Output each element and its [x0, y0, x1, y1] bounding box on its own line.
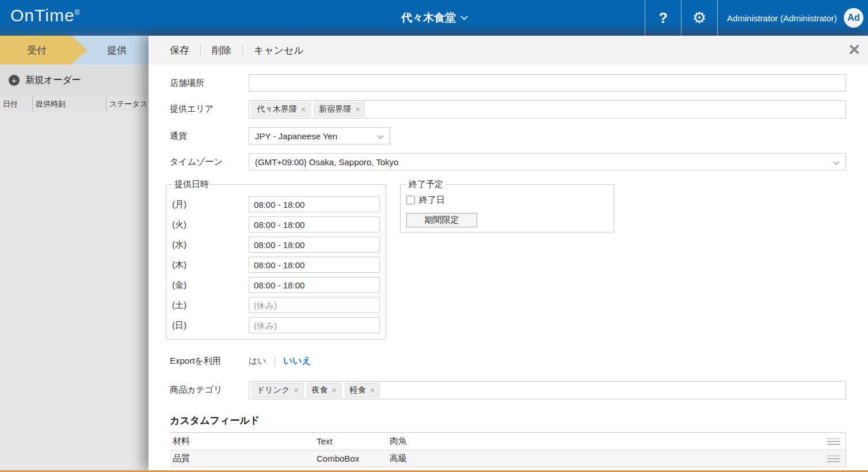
custom-field-type: ComboBox [317, 454, 390, 463]
hours-input-sun[interactable] [249, 317, 380, 333]
tag-label: 新宿界隈 [319, 104, 351, 115]
remove-tag-icon[interactable]: × [332, 386, 337, 395]
help-button[interactable]: ? [645, 0, 681, 36]
chevron-down-icon [833, 158, 839, 165]
hours-input-thu[interactable] [249, 257, 380, 273]
tag-label: ドリンク [257, 385, 290, 395]
table-row[interactable]: 品質 ComboBox 高級 [170, 450, 846, 467]
end-schedule-legend: 終了予定 [406, 179, 446, 190]
column-header-serve-time[interactable]: 提供時刻 [33, 96, 106, 112]
orders-table-header: 日付 提供時刻 ステータス [0, 96, 151, 112]
divider [242, 44, 243, 56]
user-name-label: Administrator (Administrator) [727, 13, 837, 23]
end-date-label: 終了日 [419, 195, 445, 205]
store-location-input[interactable] [249, 74, 846, 92]
tab-serving-label: 提供 [107, 44, 127, 57]
schedule-row-sun: (日) [172, 317, 380, 333]
chevron-down-icon [377, 132, 383, 139]
close-icon[interactable]: × [848, 39, 860, 59]
divider [681, 0, 682, 36]
hours-input-sat[interactable] [249, 297, 380, 313]
schedule-row-mon: (月) [172, 196, 380, 212]
day-label: (土) [172, 297, 249, 313]
schedule-section: 提供日時 (月) (火) (水) (木) [170, 179, 846, 340]
export-yes-option[interactable]: はい [249, 356, 267, 367]
remove-tag-icon[interactable]: × [355, 105, 360, 114]
divider [645, 0, 645, 36]
service-area-label: 提供エリア [170, 100, 249, 119]
tag-label: 夜食 [312, 385, 328, 395]
hours-input-fri[interactable] [249, 277, 380, 293]
hours-input-wed[interactable] [249, 237, 380, 253]
timezone-label: タイムゾーン [170, 153, 249, 170]
chevron-down-icon[interactable] [460, 13, 468, 20]
avatar[interactable]: Ad [844, 8, 863, 28]
store-settings-form: 店舗場所 提供エリア 代々木界隈 × 新宿界隈 × 通貨 [149, 64, 868, 472]
store-settings-panel: 保存 削除 キャンセル × 店舗場所 提供エリア 代々木界隈 × [149, 36, 868, 470]
tag-shinjuku: 新宿界隈 × [314, 102, 365, 117]
serving-hours-legend: 提供日時 [172, 179, 211, 190]
column-header-status[interactable]: ステータス [106, 96, 151, 112]
delete-button[interactable]: 削除 [212, 44, 231, 57]
export-no-option-selected[interactable]: いいえ [283, 355, 311, 367]
remove-tag-icon[interactable]: × [370, 386, 375, 395]
end-date-checkbox-row: 終了日 [406, 195, 608, 205]
end-date-checkbox[interactable] [406, 196, 415, 204]
currency-value: JPY - Japaneese Yen [255, 131, 337, 141]
cancel-button[interactable]: キャンセル [254, 44, 304, 57]
custom-field-value: 高級 [390, 453, 827, 464]
tag-drink: ドリンク × [252, 383, 304, 398]
tab-serving[interactable]: 提供 [107, 36, 127, 64]
timezone-select[interactable]: (GMT+09:00) Osaka, Sapporo, Tokyo [249, 153, 846, 170]
table-row[interactable]: 材料 Text 肉魚 [170, 433, 846, 450]
custom-fields-title: カスタムフィールド [170, 414, 846, 427]
drag-handle-icon[interactable] [827, 438, 840, 445]
schedule-row-fri: (金) [172, 277, 380, 293]
custom-field-value: 肉魚 [390, 436, 827, 447]
limited-period-button[interactable]: 期間限定 [406, 213, 477, 227]
remove-tag-icon[interactable]: × [294, 386, 298, 395]
export-row: Exportを利用 はい いいえ [170, 352, 846, 370]
hours-input-mon[interactable] [249, 196, 380, 212]
hours-input-tue[interactable] [249, 216, 380, 233]
schedule-row-thu: (木) [172, 257, 380, 273]
tab-reception[interactable]: 受付 [0, 36, 87, 64]
top-header-bar: OnTime® 代々木食堂 ? ⚙ Administrator (Adminis… [0, 0, 868, 36]
currency-row: 通貨 JPY - Japaneese Yen [170, 127, 846, 144]
schedule-row-wed: (水) [172, 237, 380, 253]
custom-field-type: Text [317, 436, 390, 446]
service-area-tag-input[interactable]: 代々木界隈 × 新宿界隈 × [249, 100, 846, 119]
currency-select[interactable]: JPY - Japaneese Yen [249, 127, 390, 144]
tag-snack: 軽食 × [345, 383, 380, 398]
day-label: (日) [172, 317, 249, 333]
tabs-bar: 受付 提供 [0, 36, 151, 64]
store-location-label: 店舗場所 [170, 74, 249, 92]
store-location-row: 店舗場所 [170, 74, 846, 92]
day-label: (水) [172, 237, 249, 253]
day-label: (木) [172, 257, 249, 273]
tag-label: 代々木界隈 [257, 104, 297, 115]
drag-handle-icon[interactable] [827, 455, 840, 462]
serving-hours-fieldset: 提供日時 (月) (火) (水) (木) [166, 179, 386, 340]
custom-field-name: 品質 [170, 453, 317, 464]
category-tag-input[interactable]: ドリンク × 夜食 × 軽食 × [249, 381, 846, 399]
ontime-logo[interactable]: OnTime® [10, 6, 80, 25]
remove-tag-icon[interactable]: × [301, 105, 306, 114]
column-header-date[interactable]: 日付 [0, 96, 33, 112]
restaurant-title[interactable]: 代々木食堂 [401, 10, 456, 25]
day-label: (金) [172, 277, 249, 293]
tag-label: 軽食 [350, 385, 366, 395]
settings-button[interactable]: ⚙ [682, 0, 717, 36]
day-label: (月) [172, 196, 249, 212]
gear-icon: ⚙ [692, 9, 706, 27]
end-schedule-fieldset: 終了予定 終了日 期間限定 [400, 179, 614, 233]
tag-latenight: 夜食 × [307, 383, 342, 398]
new-order-label: 新規オーダー [25, 74, 81, 86]
schedule-row-sat: (土) [172, 297, 380, 313]
help-icon: ? [658, 10, 667, 26]
schedule-row-tue: (火) [172, 216, 380, 233]
save-button[interactable]: 保存 [170, 44, 189, 57]
tag-yoyogi: 代々木界隈 × [252, 102, 311, 117]
currency-label: 通貨 [170, 127, 249, 144]
new-order-button[interactable]: + 新規オーダー [0, 64, 151, 96]
